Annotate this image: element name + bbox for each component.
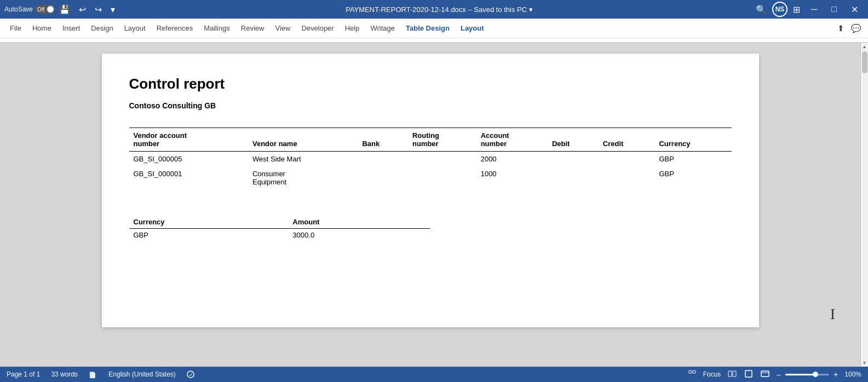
cell-routing-2	[408, 166, 476, 189]
col-vendor-account: Vendor accountnumber	[129, 128, 248, 152]
page-info[interactable]: Page 1 of 1	[4, 369, 42, 379]
document-container[interactable]: Control report Contoso Consulting GB Ven…	[0, 43, 860, 367]
menu-right-icons: ⬆ 💬	[835, 22, 864, 34]
comment-icon[interactable]: 💬	[849, 22, 864, 34]
menu-bar: File Home Insert Design Layout Reference…	[0, 19, 868, 38]
restore-button[interactable]: □	[826, 3, 842, 15]
menu-home[interactable]: Home	[27, 21, 57, 36]
toggle-knob	[47, 6, 54, 13]
summary-col-amount: Amount	[288, 216, 430, 229]
filename: PAYMENT-REPORT-2020-12-14.docx	[346, 5, 466, 14]
menu-help[interactable]: Help	[340, 21, 365, 36]
cell-credit-2	[599, 166, 655, 189]
menu-review[interactable]: Review	[235, 21, 270, 36]
title-bar: AutoSave Off 💾 ↩ ↪ ▾ PAYMENT-REPORT-2020…	[0, 0, 868, 19]
scrollbar-thumb[interactable]	[862, 51, 867, 73]
col-debit: Debit	[548, 128, 599, 152]
minimize-button[interactable]: ─	[806, 3, 823, 15]
menu-writage[interactable]: Writage	[365, 21, 400, 36]
summary-row: GBP 3000.0	[129, 229, 430, 242]
title-bar-center: PAYMENT-REPORT-2020-12-14.docx – Saved t…	[128, 5, 750, 14]
cell-currency-1: GBP	[654, 152, 731, 167]
title-bar-left: AutoSave Off 💾 ↩ ↪ ▾	[4, 3, 125, 16]
menu-references[interactable]: References	[151, 21, 198, 36]
cell-vendor-name-1: West Side Mart	[248, 152, 358, 167]
svg-rect-6	[761, 371, 769, 377]
cell-currency-2: GBP	[654, 166, 731, 189]
scroll-up-arrow[interactable]: ▲	[861, 43, 869, 50]
zoom-controls: Focus – + 100%	[686, 369, 864, 380]
menu-layout-2[interactable]: Layout	[455, 21, 490, 36]
save-status-arrow[interactable]: ▾	[529, 5, 533, 14]
cell-vendor-account-1: GB_SI_000005	[129, 152, 248, 167]
document-title: Control report	[129, 76, 732, 92]
col-currency: Currency	[654, 128, 731, 152]
menu-mailings[interactable]: Mailings	[198, 21, 235, 36]
table-spacer-row	[129, 189, 732, 198]
word-count[interactable]: 33 words	[49, 369, 80, 379]
web-layout-button[interactable]	[758, 369, 772, 380]
status-bar: Page 1 of 1 33 words 📄 English (United S…	[0, 367, 868, 382]
menu-table-design[interactable]: Table Design	[400, 21, 455, 36]
col-vendor-name: Vendor name	[248, 128, 358, 152]
summary-header-row: Currency Amount	[129, 216, 430, 229]
save-status: – Saved to this PC	[468, 5, 527, 14]
summary-col-currency: Currency	[129, 216, 289, 229]
toggle-off-text: Off	[37, 7, 44, 13]
svg-rect-4	[693, 371, 695, 373]
avatar[interactable]: NS	[772, 2, 787, 17]
read-mode-button[interactable]	[725, 369, 739, 380]
quick-access-toolbar: 💾 ↩ ↪ ▾	[57, 3, 117, 16]
table-row: GB_SI_000001 ConsumerEquipment 1000 GBP	[129, 166, 732, 189]
table-header-row: Vendor accountnumber Vendor name Bank Ro…	[129, 128, 732, 152]
cell-debit-1	[548, 152, 599, 167]
accessibility-icon[interactable]: ✓	[185, 369, 197, 379]
close-button[interactable]: ✕	[846, 3, 864, 16]
zoom-slider[interactable]	[785, 374, 829, 375]
cell-bank-1	[358, 152, 408, 167]
search-icon[interactable]: 🔍	[754, 3, 769, 16]
cell-account-1: 2000	[476, 152, 548, 167]
print-layout-button[interactable]	[741, 369, 756, 380]
main-area: Control report Contoso Consulting GB Ven…	[0, 43, 868, 367]
col-routing-number: Routingnumber	[408, 128, 476, 152]
save-icon[interactable]: 💾	[57, 3, 72, 16]
svg-text:📄: 📄	[89, 371, 96, 378]
summary-amount: 3000.0	[288, 229, 430, 242]
document-page: Control report Contoso Consulting GB Ven…	[102, 54, 759, 327]
scrollbar-right[interactable]: ▲ ▼	[860, 43, 868, 367]
language[interactable]: English (United States)	[106, 369, 178, 379]
zoom-slider-thumb[interactable]	[813, 372, 818, 377]
customize-icon[interactable]: ▾	[108, 3, 117, 16]
menu-insert[interactable]: Insert	[57, 21, 86, 36]
share-icon[interactable]: ⬆	[835, 22, 847, 34]
proofing-icon[interactable]: 📄	[87, 369, 100, 379]
table-row: GB_SI_000005 West Side Mart 2000 GBP	[129, 152, 732, 167]
menu-design[interactable]: Design	[85, 21, 118, 36]
report-table: Vendor accountnumber Vendor name Bank Ro…	[129, 128, 732, 198]
cell-account-2: 1000	[476, 166, 548, 189]
redo-icon[interactable]: ↪	[93, 3, 104, 16]
col-bank: Bank	[358, 128, 408, 152]
cell-credit-1	[599, 152, 655, 167]
focus-label[interactable]: Focus	[701, 369, 723, 379]
undo-icon[interactable]: ↩	[77, 3, 88, 16]
cell-vendor-account-2: GB_SI_000001	[129, 166, 248, 189]
svg-rect-3	[689, 371, 692, 373]
menu-file[interactable]: File	[4, 21, 27, 36]
scroll-down-arrow[interactable]: ▼	[861, 359, 869, 367]
summary-table: Currency Amount GBP 3000.0	[129, 216, 430, 241]
autosave-toggle[interactable]: Off	[35, 5, 55, 14]
menu-view[interactable]: View	[269, 21, 296, 36]
zoom-level[interactable]: 100%	[842, 369, 864, 379]
zoom-out-button[interactable]: –	[774, 369, 783, 379]
scrollbar-track[interactable]	[861, 50, 868, 359]
summary-currency: GBP	[129, 229, 289, 242]
zoom-slider-fill	[785, 374, 814, 375]
col-account-number: Accountnumber	[476, 128, 548, 152]
layout-icon[interactable]: ⊞	[791, 3, 802, 16]
zoom-in-button[interactable]: +	[831, 369, 840, 379]
focus-button[interactable]	[686, 369, 699, 380]
menu-developer[interactable]: Developer	[296, 21, 339, 36]
menu-layout[interactable]: Layout	[119, 21, 151, 36]
